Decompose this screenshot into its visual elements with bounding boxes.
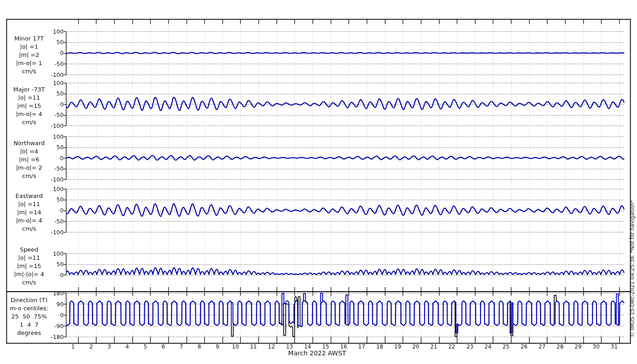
x-tick-label: 30: [590, 344, 602, 350]
x-tick-label: 26: [518, 344, 531, 350]
y-tick-label-major: 50: [39, 90, 64, 97]
y-tick-label-direction: 0: [39, 312, 64, 318]
y-tick-label-minor: 50: [39, 39, 64, 46]
x-tick-label: 2: [85, 344, 97, 350]
x-tick-label: 25: [500, 344, 512, 350]
x-tick-label: 29: [572, 344, 585, 350]
x-axis-label: March 2022 AWST: [0, 349, 634, 357]
x-tick-label: 7: [175, 344, 188, 350]
y-tick-label-direction: -180: [39, 334, 64, 340]
x-tick-label: 19: [391, 344, 404, 350]
y-tick-label-speed: 50: [39, 261, 64, 268]
x-tick-label: 20: [410, 344, 422, 350]
x-tick-label: 8: [193, 344, 206, 350]
x-tick-label: 28: [554, 344, 566, 350]
x-tick-label: 12: [265, 344, 278, 350]
y-tick-label-northward: -50: [39, 165, 64, 172]
y-tick-label-minor: -50: [39, 61, 64, 67]
y-tick-label-eastward: -100: [39, 229, 64, 236]
x-tick-label: 17: [355, 344, 368, 350]
x-tick-label: 6: [157, 344, 170, 350]
y-tick-label-major: 100: [39, 80, 64, 86]
x-tick-label: 27: [536, 344, 548, 350]
x-tick-label: 1: [67, 344, 80, 350]
x-tick-label: 5: [139, 344, 152, 350]
x-tick-label: 24: [481, 344, 494, 350]
y-tick-label-direction: 90: [39, 301, 64, 308]
y-tick-label-minor: 100: [39, 28, 64, 35]
x-tick-label: 14: [301, 344, 314, 350]
y-tick-label-major: -100: [39, 122, 64, 129]
x-tick-label: 3: [103, 344, 116, 350]
y-tick-label-northward: -100: [39, 176, 64, 183]
panel-label-line: cm/s: [3, 278, 56, 287]
y-tick-label-northward: 0: [39, 155, 64, 162]
x-tick-label: 11: [247, 344, 260, 350]
y-tick-label-direction: 180: [39, 290, 64, 297]
watermark-credit: © IMOS 15-Dec-2021 04:25:36. *Not for na…: [629, 178, 636, 360]
x-tick-label: 9: [211, 344, 224, 350]
y-tick-label-direction: -90: [39, 323, 64, 329]
y-tick-label-speed: 0: [39, 272, 64, 278]
x-tick-label: 31: [608, 344, 621, 350]
x-tick-label: 16: [337, 344, 350, 350]
x-tick-label: 15: [319, 344, 332, 350]
y-tick-label-eastward: -50: [39, 218, 64, 225]
x-tick-label: 21: [428, 344, 440, 350]
x-tick-label: 13: [283, 344, 296, 350]
x-tick-label: 18: [374, 344, 386, 350]
y-tick-label-eastward: 100: [39, 186, 64, 192]
y-tick-label-eastward: 50: [39, 196, 64, 203]
y-tick-label-minor: -100: [39, 71, 64, 78]
y-tick-label-speed: 100: [39, 250, 64, 257]
x-tick-label: 23: [464, 344, 476, 350]
plot-canvas: [0, 0, 637, 364]
y-tick-label-major: 0: [39, 101, 64, 108]
tidal-velocity-figure: Predicted depth-average tidal velocity (…: [0, 0, 637, 364]
x-tick-label: 10: [229, 344, 242, 350]
y-tick-label-minor: 0: [39, 50, 64, 56]
x-tick-label: 22: [445, 344, 458, 350]
y-tick-label-major: -50: [39, 111, 64, 118]
y-tick-label-eastward: 0: [39, 207, 64, 214]
y-tick-label-northward: 100: [39, 133, 64, 140]
x-tick-label: 4: [121, 344, 134, 350]
y-tick-label-northward: 50: [39, 144, 64, 151]
